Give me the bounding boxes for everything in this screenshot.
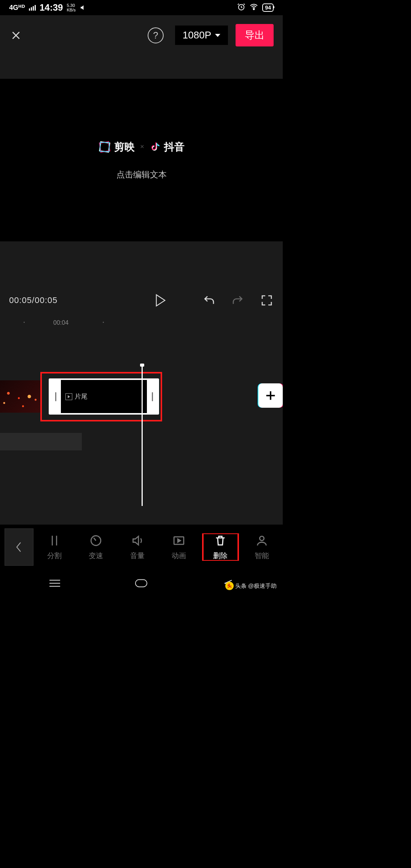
tool-speed[interactable]: 变速: [75, 533, 116, 561]
status-bar: 4Gᴴᴰ 14:39 5.30 KB/s 94: [0, 0, 283, 15]
tool-label: 分割: [47, 551, 62, 561]
tool-smart[interactable]: 智能: [241, 533, 283, 561]
svg-point-1: [253, 8, 255, 10]
play-button[interactable]: [153, 294, 167, 307]
tool-label: 变速: [89, 551, 103, 561]
svg-rect-8: [135, 580, 147, 587]
editor-header: ? 1080P 导出: [0, 15, 283, 55]
playhead[interactable]: [142, 365, 143, 506]
help-button[interactable]: ?: [148, 27, 164, 43]
animation-icon: [172, 533, 186, 548]
undo-button[interactable]: [202, 294, 216, 307]
nav-menu-icon[interactable]: [48, 577, 61, 590]
close-button[interactable]: [9, 29, 23, 42]
clip-handle-right[interactable]: [147, 380, 158, 413]
svg-point-7: [260, 536, 264, 541]
tool-label: 删除: [213, 551, 228, 561]
play-outline-icon: [65, 393, 72, 400]
tool-animation[interactable]: 动画: [158, 533, 200, 561]
split-icon: [47, 533, 62, 548]
edit-text-prompt[interactable]: 点击编辑文本: [116, 169, 167, 180]
resolution-value: 1080P: [183, 29, 211, 41]
nav-home-icon[interactable]: [135, 577, 148, 590]
time-ruler: 00:04: [0, 316, 283, 331]
fullscreen-button[interactable]: [260, 294, 274, 307]
smart-icon: [255, 533, 269, 548]
alarm-icon: [237, 3, 245, 13]
video-clip-thumbnail[interactable]: [0, 380, 42, 413]
time-display: 00:05/00:05: [9, 295, 57, 305]
network-speed: 5.30 KB/s: [67, 3, 75, 12]
tool-delete[interactable]: 删除: [200, 533, 241, 561]
resolution-select[interactable]: 1080P: [175, 26, 228, 45]
tool-split[interactable]: 分割: [33, 533, 75, 561]
chevron-down-icon: [215, 34, 220, 37]
playback-controls: 00:05/00:05: [0, 285, 283, 316]
delete-icon: [213, 533, 228, 548]
bottom-toolbar: 分割变速音量动画删除智能: [0, 525, 283, 570]
volume-mute-icon: [80, 4, 86, 11]
volume-icon: [130, 533, 145, 548]
tool-label: 智能: [255, 551, 269, 561]
jianying-logo-icon: [98, 140, 111, 153]
toolbar-back-button[interactable]: [5, 528, 33, 566]
add-clip-button[interactable]: [258, 383, 283, 408]
signal-icon: [29, 5, 36, 11]
export-button[interactable]: 导出: [236, 24, 274, 46]
ending-clip-label: 片尾: [75, 392, 88, 401]
clip-handle-left[interactable]: [50, 380, 61, 413]
audio-track-placeholder[interactable]: [0, 433, 82, 450]
network-type: 4Gᴴᴰ: [9, 3, 25, 12]
tool-label: 动画: [172, 551, 186, 561]
tool-label: 音量: [130, 551, 145, 561]
svg-rect-4: [100, 142, 109, 152]
douyin-logo-icon: [150, 141, 161, 153]
speed-icon: [89, 533, 103, 548]
wifi-icon: [249, 2, 258, 13]
redo-button[interactable]: [231, 294, 245, 307]
battery-indicator: 94: [262, 3, 274, 12]
status-time: 14:39: [40, 2, 63, 13]
svg-rect-3: [100, 142, 110, 152]
video-preview[interactable]: 剪映 × 抖音 点击编辑文本: [0, 79, 283, 241]
timeline[interactable]: 00:04 片尾: [0, 316, 283, 529]
watermark: 头 头条 @极速手助: [225, 582, 277, 590]
brand-row: 剪映 × 抖音: [98, 140, 185, 154]
tool-volume[interactable]: 音量: [116, 533, 158, 561]
